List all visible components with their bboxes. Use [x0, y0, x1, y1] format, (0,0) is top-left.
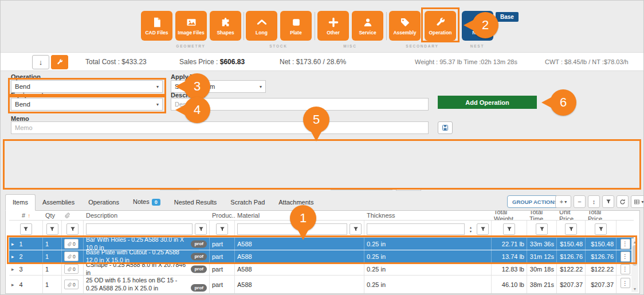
attachments-cell-button[interactable]: 0 [64, 239, 78, 249]
filter-button-attachments[interactable] [66, 223, 78, 235]
filter-button-num[interactable] [20, 223, 32, 235]
add-operation-button[interactable]: Add Operation [438, 96, 537, 109]
remove-row-button[interactable]: − [574, 195, 586, 208]
callout-step-1: 1 [290, 205, 316, 231]
toolbar-button-shapes[interactable]: Shapes [210, 11, 241, 41]
row-number: 4 [19, 281, 23, 288]
row-expander-icon[interactable]: ▸ [11, 282, 14, 288]
header-thickness[interactable]: Thickness [364, 211, 492, 220]
vertical-ellipsis-icon: ⋮ [622, 253, 628, 259]
operation-select[interactable]: Bend ▾ [11, 80, 163, 93]
filter-button-total-time[interactable] [536, 223, 548, 235]
toolbar-button-service[interactable]: Service [352, 11, 383, 41]
toolbar-separator [315, 12, 315, 40]
tab-operations[interactable]: Operations [81, 195, 126, 210]
toolbar-button-plate[interactable]: Plate [280, 11, 312, 41]
row-expander-icon[interactable]: ▸ [11, 241, 14, 247]
equipment-select[interactable]: Bend ▾ [11, 98, 163, 111]
operation-field-label: Operation [11, 73, 41, 80]
memo-input[interactable] [11, 121, 429, 134]
filter-button-total-price[interactable] [595, 223, 607, 235]
funnel-icon [506, 226, 512, 232]
tab-assemblies[interactable]: Assemblies [36, 195, 81, 210]
row-actions-button[interactable]: ⋮ [621, 251, 630, 262]
callout-circle: 4 [184, 97, 210, 123]
attachments-cell-button[interactable]: 0 [64, 251, 78, 261]
toolbar-group-label-nest: NEST [443, 44, 512, 48]
export-button[interactable]: ↓ [32, 55, 49, 69]
grid-filter-row: ▴▾ [9, 221, 634, 238]
scroll-up-icon[interactable]: ▲ [633, 238, 637, 245]
table-row[interactable]: ▸1 1 0 Bar With Holes - 0.25 A588 30.0 i… [9, 238, 634, 250]
callout-step-3: 3 [184, 73, 210, 100]
header-total-weight[interactable]: Total Weight [492, 211, 527, 220]
group-actions-label: GROUP ACTIONS [512, 199, 558, 205]
toolbar-button-operation[interactable]: Operation [425, 11, 456, 41]
chevron-down-icon: ▾ [564, 199, 567, 204]
number-spinner[interactable]: ▴▾ [467, 223, 474, 235]
row-actions-button[interactable]: ⋮ [621, 264, 630, 274]
table-row[interactable]: ▸4 1 0 25 OD with 6 1.5 holes on BC 15 -… [9, 276, 634, 294]
header-qty[interactable]: Qty [43, 211, 62, 220]
save-memo-button[interactable] [438, 121, 453, 134]
filter-button-thickness[interactable] [477, 223, 489, 235]
operations-toggle-button[interactable] [51, 55, 68, 69]
filter-button-qty[interactable] [46, 223, 58, 235]
header-label: Total Weight [494, 211, 525, 220]
row-actions-button[interactable]: ⋮ [621, 239, 630, 249]
add-row-button[interactable]: +▾ [555, 195, 571, 208]
header-num[interactable]: #↑ [9, 211, 43, 220]
total-price-value: $150.48 [591, 241, 614, 247]
tab-items[interactable]: Items [5, 194, 36, 211]
material-value: A588 [237, 266, 252, 273]
filter-input-description[interactable] [86, 223, 193, 235]
sales-price-text: Sales Price : $606.83 [179, 58, 245, 66]
tab-nested-results[interactable]: Nested Results [167, 195, 224, 210]
toolbar-button-label: Other [327, 30, 340, 36]
header-product[interactable]: Produc... [210, 211, 235, 220]
grid-layout-button[interactable]: ▾ [631, 195, 644, 208]
grid-vertical-scrollbar[interactable]: ▲ ▼ [631, 238, 638, 292]
header-total-price[interactable]: Total Price [586, 211, 616, 220]
tab-notes[interactable]: Notes0 [126, 194, 167, 210]
row-actions-button[interactable]: ⋮ [621, 278, 630, 288]
toolbar-button-label: Image Files [178, 30, 204, 36]
total-weight-value: 12.83 lb [502, 266, 524, 273]
filter-toggle-button[interactable] [602, 195, 614, 208]
filter-button-product[interactable] [216, 223, 228, 235]
paperclip-icon [67, 267, 72, 272]
filter-input-thickness[interactable] [367, 223, 465, 235]
filter-button-material[interactable] [350, 223, 362, 235]
header-attachments[interactable] [62, 211, 84, 220]
row-expander-icon[interactable]: ▸ [11, 266, 14, 272]
header-unit-price[interactable]: Unit Price [557, 211, 586, 220]
chevron-down-icon: ▾ [156, 84, 159, 89]
filter-button-total-weight[interactable] [503, 223, 515, 235]
scroll-down-icon[interactable]: ▼ [633, 285, 637, 292]
table-row[interactable]: ▸3 1 0 CShape - 0.25 A588 8.0 in X 20.78… [9, 263, 634, 276]
refresh-button[interactable] [616, 195, 629, 208]
scrollbar-thumb[interactable] [633, 245, 637, 266]
chevron-down-icon: ▾ [156, 102, 159, 107]
attachments-cell-button[interactable]: 0 [64, 280, 78, 289]
minus-icon: − [578, 198, 581, 205]
row-expander-icon[interactable]: ▸ [11, 254, 14, 259]
attachments-cell-button[interactable]: 0 [64, 264, 78, 274]
material-value: A588 [237, 241, 252, 247]
header-description[interactable]: Description [84, 211, 210, 220]
filter-button-description[interactable] [195, 223, 207, 235]
toolbar-button-long[interactable]: Long [246, 11, 277, 41]
toolbar-button-image-files[interactable]: Image Files [175, 11, 207, 41]
toolbar-button-cad-files[interactable]: CAD Files [141, 11, 172, 41]
base-badge[interactable]: Base [496, 12, 519, 22]
funnel-icon [598, 226, 604, 232]
header-total-time[interactable]: Total Time [527, 211, 557, 220]
resize-rows-button[interactable]: ↕ [588, 195, 600, 208]
tab-scratch-pad[interactable]: Scratch Pad [223, 195, 272, 210]
toolbar-button-other[interactable]: Other [317, 11, 349, 41]
filter-button-unit-price[interactable] [565, 223, 577, 235]
grid-icon [634, 199, 640, 205]
vertical-ellipsis-icon: ⋮ [622, 266, 628, 272]
table-row[interactable]: ▸2 1 0 Base Plate with Cutout - 0.25 A58… [9, 250, 634, 263]
toolbar-button-assembly[interactable]: Assembly [389, 11, 421, 41]
